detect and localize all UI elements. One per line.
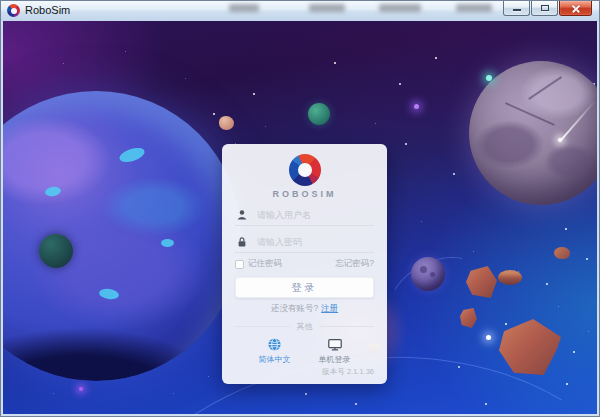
register-link[interactable]: 注册 bbox=[321, 303, 338, 313]
username-input[interactable] bbox=[255, 209, 373, 221]
titlebar-blur-spot bbox=[229, 4, 259, 12]
asteroid bbox=[498, 270, 522, 285]
forgot-password-link[interactable]: 忘记密码? bbox=[335, 258, 374, 270]
close-icon bbox=[571, 4, 581, 13]
divider: 其他 bbox=[235, 321, 374, 332]
glow-star bbox=[414, 104, 419, 109]
register-row: 还没有账号?注册 bbox=[235, 303, 374, 315]
glow-star bbox=[486, 335, 491, 340]
local-login-label: 单机登录 bbox=[319, 354, 351, 365]
options-row: 记住密码 忘记密码? bbox=[235, 258, 374, 270]
minimize-icon bbox=[513, 9, 521, 11]
asteroid bbox=[499, 319, 561, 375]
dark-moon bbox=[39, 234, 73, 268]
asteroid bbox=[554, 247, 570, 259]
window-title: RoboSim bbox=[25, 4, 70, 16]
asteroid bbox=[460, 308, 477, 328]
robosim-logo-icon bbox=[289, 154, 321, 186]
language-label: 简体中文 bbox=[259, 354, 291, 365]
titlebar-blur-spot bbox=[379, 4, 421, 12]
minimize-button[interactable] bbox=[503, 1, 530, 16]
divider-label: 其他 bbox=[297, 321, 313, 332]
globe-icon bbox=[267, 337, 282, 352]
glow-star bbox=[79, 387, 83, 391]
titlebar-blur-spot bbox=[456, 4, 492, 12]
quick-actions: 简体中文 单机登录 bbox=[235, 337, 374, 365]
password-field bbox=[235, 232, 374, 253]
brand-text: ROBOSIM bbox=[235, 189, 374, 199]
login-card: ROBOSIM 记住密码 忘记密码? 登录 还没有账号?注册 bbox=[222, 144, 387, 384]
lock-icon bbox=[236, 236, 248, 248]
blue-planet bbox=[3, 91, 241, 381]
remember-label: 记住密码 bbox=[248, 258, 282, 270]
local-login[interactable]: 单机登录 bbox=[319, 337, 351, 365]
version-label: 版本号 2.1.1.36 bbox=[235, 367, 374, 377]
maximize-button[interactable] bbox=[531, 1, 558, 16]
titlebar[interactable]: RoboSim bbox=[1, 1, 599, 21]
person-icon bbox=[236, 209, 248, 221]
remember-password-checkbox[interactable]: 记住密码 bbox=[235, 258, 282, 270]
window-controls bbox=[502, 1, 592, 16]
stars bbox=[3, 21, 4, 22]
monitor-icon bbox=[327, 337, 343, 352]
language-switch[interactable]: 简体中文 bbox=[259, 337, 291, 365]
close-button[interactable] bbox=[559, 1, 592, 16]
purple-planet bbox=[411, 257, 445, 291]
checkbox-icon[interactable] bbox=[235, 260, 244, 269]
password-input[interactable] bbox=[255, 236, 373, 248]
glow-star bbox=[486, 75, 492, 81]
maximize-icon bbox=[541, 5, 549, 11]
asteroid bbox=[219, 116, 234, 130]
app-icon bbox=[7, 4, 20, 17]
titlebar-blur-spot bbox=[309, 4, 345, 12]
username-field bbox=[235, 205, 374, 226]
robosim-window: RoboSim bbox=[0, 0, 600, 417]
login-button[interactable]: 登录 bbox=[235, 277, 374, 298]
green-planet bbox=[308, 103, 330, 125]
register-prompt: 还没有账号? bbox=[271, 303, 318, 313]
comet-head bbox=[558, 138, 562, 142]
